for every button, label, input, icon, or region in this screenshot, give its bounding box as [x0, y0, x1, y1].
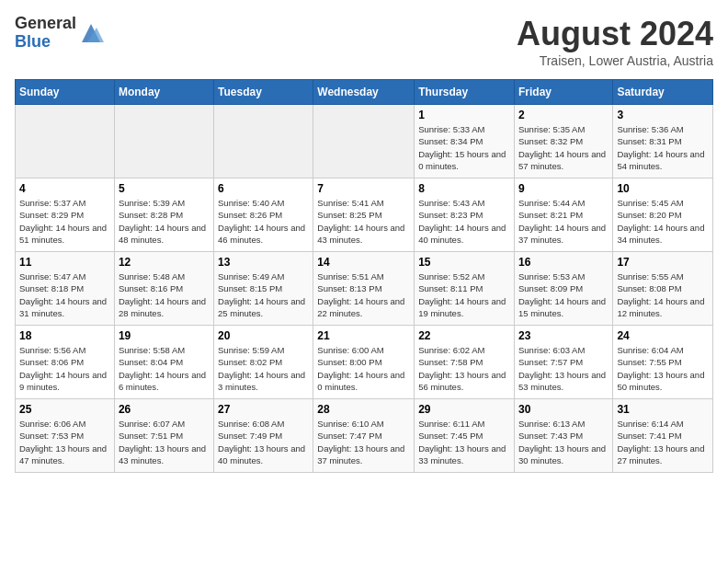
logo-general-text: General [15, 15, 76, 33]
table-row [214, 105, 313, 178]
day-number: 10 [617, 182, 709, 195]
table-row: 7Sunrise: 5:41 AM Sunset: 8:25 PM Daylig… [313, 178, 415, 252]
day-number: 13 [218, 256, 309, 269]
day-info: Sunrise: 5:41 AM Sunset: 8:25 PM Dayligh… [317, 197, 410, 246]
day-number: 2 [518, 109, 609, 121]
day-info: Sunrise: 5:44 AM Sunset: 8:21 PM Dayligh… [518, 197, 609, 246]
table-row: 9Sunrise: 5:44 AM Sunset: 8:21 PM Daylig… [514, 178, 612, 252]
calendar-header: Sunday Monday Tuesday Wednesday Thursday… [16, 80, 713, 105]
day-number: 29 [418, 403, 510, 416]
table-row: 3Sunrise: 5:36 AM Sunset: 8:31 PM Daylig… [613, 105, 713, 178]
day-info: Sunrise: 6:07 AM Sunset: 7:51 PM Dayligh… [119, 418, 210, 466]
day-info: Sunrise: 5:53 AM Sunset: 8:09 PM Dayligh… [518, 270, 609, 319]
table-row: 13Sunrise: 5:49 AM Sunset: 8:15 PM Dayli… [214, 252, 313, 326]
table-row: 30Sunrise: 6:13 AM Sunset: 7:43 PM Dayli… [514, 399, 612, 473]
day-info: Sunrise: 5:59 AM Sunset: 8:02 PM Dayligh… [218, 344, 309, 393]
table-row: 27Sunrise: 6:08 AM Sunset: 7:49 PM Dayli… [214, 399, 313, 473]
table-row: 31Sunrise: 6:14 AM Sunset: 7:41 PM Dayli… [613, 399, 713, 473]
table-row: 16Sunrise: 5:53 AM Sunset: 8:09 PM Dayli… [514, 252, 612, 326]
month-year-title: August 2024 [517, 15, 713, 53]
day-info: Sunrise: 5:37 AM Sunset: 8:29 PM Dayligh… [19, 197, 110, 246]
logo: General Blue [15, 15, 104, 52]
col-saturday: Saturday [613, 80, 713, 105]
table-row [16, 105, 115, 178]
title-block: August 2024 Traisen, Lower Austria, Aust… [517, 15, 713, 68]
day-number: 6 [218, 182, 309, 195]
day-number: 31 [617, 403, 709, 416]
table-row: 6Sunrise: 5:40 AM Sunset: 8:26 PM Daylig… [214, 178, 313, 252]
day-info: Sunrise: 6:02 AM Sunset: 7:58 PM Dayligh… [418, 344, 510, 393]
day-number: 9 [518, 182, 609, 195]
day-number: 28 [317, 403, 410, 416]
day-number: 26 [119, 403, 210, 416]
day-info: Sunrise: 5:56 AM Sunset: 8:06 PM Dayligh… [19, 344, 110, 393]
day-number: 16 [518, 256, 609, 269]
day-info: Sunrise: 6:00 AM Sunset: 8:00 PM Dayligh… [317, 344, 410, 393]
day-info: Sunrise: 5:36 AM Sunset: 8:31 PM Dayligh… [617, 123, 709, 172]
table-row: 26Sunrise: 6:07 AM Sunset: 7:51 PM Dayli… [114, 399, 213, 473]
day-info: Sunrise: 6:04 AM Sunset: 7:55 PM Dayligh… [617, 344, 709, 393]
day-number: 20 [218, 329, 309, 342]
day-number: 3 [617, 109, 709, 121]
table-row: 12Sunrise: 5:48 AM Sunset: 8:16 PM Dayli… [114, 252, 213, 326]
table-row: 11Sunrise: 5:47 AM Sunset: 8:18 PM Dayli… [16, 252, 115, 326]
day-number: 21 [317, 329, 410, 342]
day-info: Sunrise: 6:11 AM Sunset: 7:45 PM Dayligh… [418, 418, 510, 466]
col-monday: Monday [114, 80, 213, 105]
col-friday: Friday [514, 80, 612, 105]
table-row: 21Sunrise: 6:00 AM Sunset: 8:00 PM Dayli… [313, 326, 415, 399]
table-row [114, 105, 213, 178]
day-number: 7 [317, 182, 410, 195]
day-number: 25 [19, 403, 110, 416]
day-info: Sunrise: 5:52 AM Sunset: 8:11 PM Dayligh… [418, 270, 510, 319]
table-row: 25Sunrise: 6:06 AM Sunset: 7:53 PM Dayli… [16, 399, 115, 473]
table-row: 18Sunrise: 5:56 AM Sunset: 8:06 PM Dayli… [16, 326, 115, 399]
table-row: 14Sunrise: 5:51 AM Sunset: 8:13 PM Dayli… [313, 252, 415, 326]
day-number: 12 [119, 256, 210, 269]
col-thursday: Thursday [415, 80, 515, 105]
day-info: Sunrise: 6:08 AM Sunset: 7:49 PM Dayligh… [218, 418, 309, 466]
table-row: 20Sunrise: 5:59 AM Sunset: 8:02 PM Dayli… [214, 326, 313, 399]
day-info: Sunrise: 6:13 AM Sunset: 7:43 PM Dayligh… [518, 418, 609, 466]
table-row [313, 105, 415, 178]
day-number: 5 [119, 182, 210, 195]
day-number: 8 [418, 182, 510, 195]
day-info: Sunrise: 5:35 AM Sunset: 8:32 PM Dayligh… [518, 123, 609, 172]
day-info: Sunrise: 5:45 AM Sunset: 8:20 PM Dayligh… [617, 197, 709, 246]
day-number: 17 [617, 256, 709, 269]
calendar-body: 1Sunrise: 5:33 AM Sunset: 8:34 PM Daylig… [16, 105, 713, 473]
day-info: Sunrise: 6:10 AM Sunset: 7:47 PM Dayligh… [317, 418, 410, 466]
table-row: 1Sunrise: 5:33 AM Sunset: 8:34 PM Daylig… [415, 105, 515, 178]
day-info: Sunrise: 5:39 AM Sunset: 8:28 PM Dayligh… [119, 197, 210, 246]
table-row: 29Sunrise: 6:11 AM Sunset: 7:45 PM Dayli… [415, 399, 515, 473]
table-row: 8Sunrise: 5:43 AM Sunset: 8:23 PM Daylig… [415, 178, 515, 252]
table-row: 15Sunrise: 5:52 AM Sunset: 8:11 PM Dayli… [415, 252, 515, 326]
table-row: 24Sunrise: 6:04 AM Sunset: 7:55 PM Dayli… [613, 326, 713, 399]
day-info: Sunrise: 6:14 AM Sunset: 7:41 PM Dayligh… [617, 418, 709, 466]
day-number: 27 [218, 403, 309, 416]
day-info: Sunrise: 5:40 AM Sunset: 8:26 PM Dayligh… [218, 197, 309, 246]
day-number: 4 [19, 182, 110, 195]
day-info: Sunrise: 6:06 AM Sunset: 7:53 PM Dayligh… [19, 418, 110, 466]
day-number: 22 [418, 329, 510, 342]
day-info: Sunrise: 5:51 AM Sunset: 8:13 PM Dayligh… [317, 270, 410, 319]
col-tuesday: Tuesday [214, 80, 313, 105]
day-number: 23 [518, 329, 609, 342]
day-info: Sunrise: 5:43 AM Sunset: 8:23 PM Dayligh… [418, 197, 510, 246]
day-info: Sunrise: 5:47 AM Sunset: 8:18 PM Dayligh… [19, 270, 110, 319]
table-row: 17Sunrise: 5:55 AM Sunset: 8:08 PM Dayli… [613, 252, 713, 326]
table-row: 23Sunrise: 6:03 AM Sunset: 7:57 PM Dayli… [514, 326, 612, 399]
location-subtitle: Traisen, Lower Austria, Austria [517, 53, 713, 68]
page-header: General Blue August 2024 Traisen, Lower … [15, 15, 713, 68]
logo-icon [78, 20, 104, 46]
day-info: Sunrise: 5:48 AM Sunset: 8:16 PM Dayligh… [119, 270, 210, 319]
day-info: Sunrise: 5:58 AM Sunset: 8:04 PM Dayligh… [119, 344, 210, 393]
table-row: 10Sunrise: 5:45 AM Sunset: 8:20 PM Dayli… [613, 178, 713, 252]
logo-blue-text: Blue [15, 33, 76, 52]
day-number: 15 [418, 256, 510, 269]
day-info: Sunrise: 5:55 AM Sunset: 8:08 PM Dayligh… [617, 270, 709, 319]
day-number: 30 [518, 403, 609, 416]
day-number: 24 [617, 329, 709, 342]
table-row: 19Sunrise: 5:58 AM Sunset: 8:04 PM Dayli… [114, 326, 213, 399]
table-row: 4Sunrise: 5:37 AM Sunset: 8:29 PM Daylig… [16, 178, 115, 252]
